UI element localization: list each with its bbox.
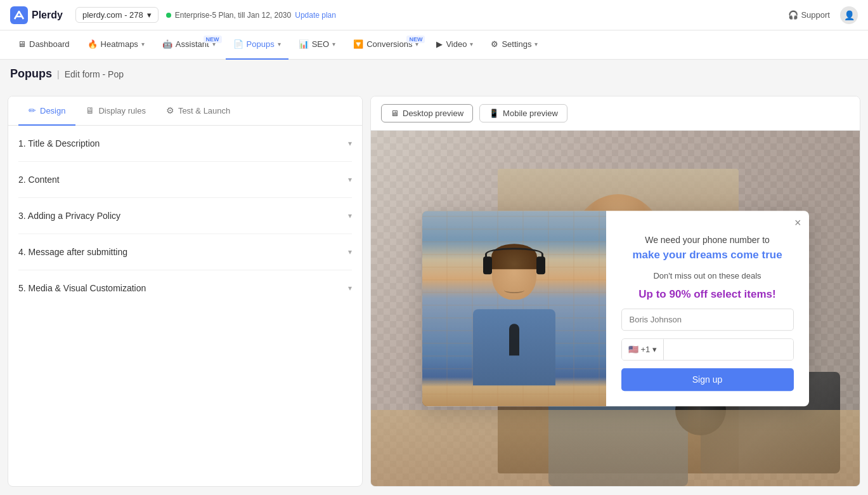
accordion-media-visual-chevron: ▾ xyxy=(348,284,352,293)
video-icon: ▶ xyxy=(436,39,443,49)
nav-label-heatmaps: Heatmaps xyxy=(101,39,138,49)
preview-toolbar: 🖥 Desktop preview 📱 Mobile preview xyxy=(371,96,860,131)
desktop-preview-label: Desktop preview xyxy=(403,109,463,118)
popup-headline-bold: make your dreams come true xyxy=(632,249,782,261)
popup-subtext: Don't miss out on these deals xyxy=(621,271,794,280)
update-plan-link[interactable]: Update plan xyxy=(295,11,336,20)
user-avatar-button[interactable]: 👤 xyxy=(840,6,858,24)
nav-item-heatmaps[interactable]: 🔥 Heatmaps ▾ xyxy=(80,30,152,60)
popup-image-side xyxy=(422,211,606,406)
popup-signup-button[interactable]: Sign up xyxy=(621,368,794,391)
user-icon: 👤 xyxy=(844,10,855,20)
popup-phone-flag[interactable]: 🇺🇸 +1 ▾ xyxy=(622,339,664,360)
popup-name-input[interactable] xyxy=(621,308,794,331)
assistant-icon: 🤖 xyxy=(162,39,172,49)
desktop-icon: 🖥 xyxy=(391,109,399,118)
phone-code: +1 xyxy=(641,345,651,354)
preview-area: × We need your phone number to make your… xyxy=(371,131,860,486)
breadcrumb: Popups | Edit form - Pop xyxy=(0,60,868,88)
accordion-media-visual[interactable]: 5. Media & Visual Customization ▾ xyxy=(18,270,352,306)
popup-phone-row: 🇺🇸 +1 ▾ xyxy=(621,338,794,360)
accordion: 1. Title & Description ▾ 2. Content ▾ 3.… xyxy=(8,126,362,306)
popup-headline-normal: We need your phone number to make your d… xyxy=(621,234,794,263)
site-selector-chevron: ▾ xyxy=(147,10,152,20)
breadcrumb-sub: Edit form - Pop xyxy=(65,69,124,79)
tab-test-launch-label: Test & Launch xyxy=(178,106,230,116)
flag-icon: 🇺🇸 xyxy=(628,345,638,354)
nav-item-popups[interactable]: 📄 Popups ▾ xyxy=(226,30,288,60)
logo[interactable]: Plerdy xyxy=(10,6,63,24)
navbar: 🖥 Dashboard 🔥 Heatmaps ▾ 🤖 Assistant NEW… xyxy=(0,30,868,60)
accordion-content-label: 2. Content xyxy=(18,175,60,185)
popups-icon: 📄 xyxy=(233,39,243,49)
popup-phone-input[interactable] xyxy=(664,339,793,360)
nav-item-dashboard[interactable]: 🖥 Dashboard xyxy=(10,30,77,60)
accordion-title-desc[interactable]: 1. Title & Description ▾ xyxy=(18,126,352,162)
popup-content-side: × We need your phone number to make your… xyxy=(606,211,809,406)
mobile-preview-label: Mobile preview xyxy=(503,109,558,118)
mobile-preview-button[interactable]: 📱 Mobile preview xyxy=(479,104,567,122)
logo-text: Plerdy xyxy=(32,10,63,21)
site-selector[interactable]: plerdy.com - 278 ▾ xyxy=(75,7,159,23)
display-rules-tab-icon: 🖥 xyxy=(86,105,94,116)
accordion-message-after-label: 4. Message after submitting xyxy=(18,247,127,257)
nav-item-assistant[interactable]: 🤖 Assistant NEW ▾ xyxy=(155,30,223,60)
heatmaps-chevron: ▾ xyxy=(141,41,145,48)
topbar: Plerdy plerdy.com - 278 ▾ Enterprise-5 P… xyxy=(0,0,868,30)
popup-photo xyxy=(422,211,606,406)
nav-item-seo[interactable]: 📊 SEO ▾ xyxy=(291,30,343,60)
nav-item-video[interactable]: ▶ Video ▾ xyxy=(429,30,481,60)
accordion-media-visual-label: 5. Media & Visual Customization xyxy=(18,283,146,293)
tab-design-label: Design xyxy=(40,106,65,116)
site-name: plerdy.com - 278 xyxy=(82,10,143,20)
accordion-privacy-label: 3. Adding a Privacy Policy xyxy=(18,211,120,221)
nav-label-conversions: Conversions xyxy=(366,39,412,49)
mobile-icon: 📱 xyxy=(489,109,499,118)
popup-card: × We need your phone number to make your… xyxy=(422,211,809,406)
accordion-message-after-chevron: ▾ xyxy=(348,248,352,256)
topbar-right: 🎧 Support 👤 xyxy=(788,6,858,24)
desktop-preview-button[interactable]: 🖥 Desktop preview xyxy=(381,104,473,122)
video-chevron: ▾ xyxy=(470,41,473,48)
plan-status-dot xyxy=(166,13,171,18)
conversions-icon: 🔽 xyxy=(353,39,363,49)
test-launch-tab-icon: ⚙ xyxy=(166,105,174,116)
accordion-privacy-chevron: ▾ xyxy=(348,211,352,220)
accordion-title-desc-chevron: ▾ xyxy=(348,139,352,148)
nav-label-video: Video xyxy=(446,39,467,49)
headset-icon: 🎧 xyxy=(788,10,798,20)
nav-label-popups: Popups xyxy=(247,39,275,49)
seo-chevron: ▾ xyxy=(332,41,335,48)
tab-display-rules-label: Display rules xyxy=(98,106,145,116)
right-panel: 🖥 Desktop preview 📱 Mobile preview xyxy=(370,96,860,487)
tab-display-rules[interactable]: 🖥 Display rules xyxy=(75,96,155,126)
tab-test-launch[interactable]: ⚙ Test & Launch xyxy=(156,96,240,126)
plan-info: Enterprise-5 Plan, till Jan 12, 2030 Upd… xyxy=(166,11,336,20)
accordion-privacy[interactable]: 3. Adding a Privacy Policy ▾ xyxy=(18,198,352,234)
heatmaps-icon: 🔥 xyxy=(87,39,98,49)
tabs-row: ✏ Design 🖥 Display rules ⚙ Test & Launch xyxy=(8,96,362,126)
popup-offer: Up to 90% off select items! xyxy=(621,288,794,301)
accordion-message-after[interactable]: 4. Message after submitting ▾ xyxy=(18,234,352,270)
settings-chevron: ▾ xyxy=(534,41,538,48)
settings-icon: ⚙ xyxy=(491,39,498,49)
nav-label-dashboard: Dashboard xyxy=(29,39,70,49)
seo-icon: 📊 xyxy=(299,39,309,49)
accordion-title-desc-label: 1. Title & Description xyxy=(18,138,100,148)
design-tab-icon: ✏ xyxy=(29,105,36,116)
support-label: Support xyxy=(801,10,830,20)
breadcrumb-separator: | xyxy=(57,69,60,79)
breadcrumb-main: Popups xyxy=(10,67,52,81)
popup-close-button[interactable]: × xyxy=(794,217,801,228)
accordion-content[interactable]: 2. Content ▾ xyxy=(18,162,352,198)
svg-rect-0 xyxy=(10,6,28,24)
phone-dropdown-chevron: ▾ xyxy=(652,345,657,354)
left-panel: ✏ Design 🖥 Display rules ⚙ Test & Launch… xyxy=(8,96,363,487)
accordion-content-chevron: ▾ xyxy=(348,175,352,184)
nav-item-conversions[interactable]: 🔽 Conversions NEW ▾ xyxy=(346,30,426,60)
plan-text: Enterprise-5 Plan, till Jan 12, 2030 xyxy=(175,11,291,20)
tab-design[interactable]: ✏ Design xyxy=(18,96,75,126)
nav-label-settings: Settings xyxy=(502,39,531,49)
nav-item-settings[interactable]: ⚙ Settings ▾ xyxy=(483,30,545,60)
support-button[interactable]: 🎧 Support xyxy=(788,10,830,20)
